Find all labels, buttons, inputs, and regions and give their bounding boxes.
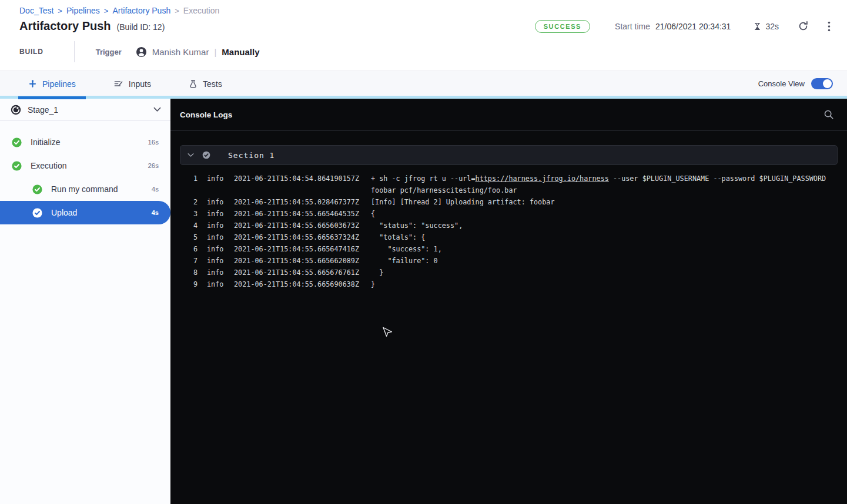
- stage-header[interactable]: Stage_1: [0, 99, 170, 121]
- log-message: "success": 1,: [371, 243, 835, 255]
- chevron-down-icon[interactable]: [153, 107, 161, 112]
- stage-icon: [11, 105, 21, 115]
- log-level: info: [207, 255, 225, 267]
- tab-label: Inputs: [129, 79, 151, 89]
- log-timestamp: 2021-06-21T15:04:55.665647416Z: [234, 243, 361, 255]
- log-lines: 1 info 2021-06-21T15:04:54.864190157Z + …: [170, 173, 847, 290]
- pipe-divider: |: [214, 47, 216, 57]
- log-level: info: [207, 243, 225, 255]
- log-timestamp: 2021-06-21T15:04:55.665637324Z: [234, 231, 361, 243]
- stage-name: Stage_1: [28, 105, 58, 115]
- tab-inputs[interactable]: Inputs: [103, 71, 161, 96]
- log-row: 5 info 2021-06-21T15:04:55.665637324Z "t…: [170, 231, 847, 243]
- log-row: 1 info 2021-06-21T15:04:54.864190157Z + …: [170, 173, 847, 196]
- log-line-number: 4: [182, 220, 197, 231]
- avatar-icon: [136, 46, 147, 58]
- start-time-label: Start time: [615, 22, 650, 31]
- more-options-button[interactable]: [828, 21, 831, 32]
- log-timestamp: 2021-06-21T15:04:55.028467377Z: [234, 196, 361, 208]
- trigger-type: Manually: [222, 47, 259, 57]
- search-icon[interactable]: [823, 109, 834, 120]
- log-message-line: {: [371, 208, 835, 220]
- hourglass-icon: [753, 22, 762, 31]
- log-row: 8 info 2021-06-21T15:04:55.665676761Z }: [170, 267, 847, 278]
- tab-label: Tests: [203, 79, 222, 89]
- log-timestamp: 2021-06-21T15:04:55.665676761Z: [234, 267, 361, 278]
- log-url-link[interactable]: https://harness.jfrog.io/harness: [476, 174, 609, 183]
- log-message-line: "failure": 0: [371, 255, 835, 267]
- page-header: Doc_Test > Pipelines > Artifactory Push …: [0, 0, 847, 70]
- build-id-label: (Build ID: 12): [117, 22, 165, 32]
- log-message: + sh -c jfrog rt u --url=https://harness…: [371, 173, 835, 196]
- breadcrumb-pipelines[interactable]: Pipelines: [66, 6, 100, 15]
- log-level: info: [207, 196, 225, 208]
- refresh-button[interactable]: [798, 21, 809, 32]
- log-message: "totals": {: [371, 231, 835, 243]
- step-label: Execution: [31, 161, 66, 170]
- log-message: "failure": 0: [371, 255, 835, 267]
- log-message-line: "totals": {: [371, 231, 835, 243]
- step-duration: 26s: [148, 162, 159, 169]
- step-duration: 4s: [152, 209, 159, 216]
- step-initialize[interactable]: Initialize 16s: [0, 130, 170, 154]
- success-check-icon: [32, 208, 42, 218]
- console-view-toggle[interactable]: [811, 78, 833, 89]
- log-row: 3 info 2021-06-21T15:04:55.665464535Z {: [170, 208, 847, 220]
- log-message-line: foobar pcf/harnesscitesting/foo.bar: [371, 184, 835, 196]
- console-logs-title: Console Logs: [180, 110, 232, 119]
- log-level: info: [207, 231, 225, 243]
- breadcrumb-separator: >: [175, 6, 179, 15]
- tab-tests[interactable]: Tests: [179, 71, 232, 96]
- log-message-line: }: [371, 267, 835, 278]
- log-message: [Info] [Thread 2] Uploading artifact: fo…: [371, 196, 835, 208]
- log-line-number: 6: [182, 243, 197, 255]
- step-execution[interactable]: Execution 26s: [0, 154, 170, 177]
- section-success-icon: [202, 151, 210, 159]
- log-timestamp: 2021-06-21T15:04:55.665690638Z: [234, 278, 361, 290]
- step-run-my-command[interactable]: Run my command 4s: [0, 177, 170, 201]
- log-row: 4 info 2021-06-21T15:04:55.665603673Z "s…: [170, 220, 847, 231]
- log-line-number: 8: [182, 267, 197, 278]
- step-duration: 16s: [148, 139, 159, 146]
- log-message: {: [371, 208, 835, 220]
- log-row: 9 info 2021-06-21T15:04:55.665690638Z }: [170, 278, 847, 290]
- trigger-user[interactable]: Manish Kumar: [152, 47, 209, 57]
- duration-value: 32s: [765, 22, 779, 31]
- console-view-label: Console View: [758, 79, 805, 88]
- log-line-number: 7: [182, 255, 197, 267]
- log-section-header[interactable]: Section 1: [180, 145, 838, 165]
- tab-label: Pipelines: [42, 79, 76, 89]
- step-upload[interactable]: Upload 4s: [0, 201, 170, 224]
- log-message-line: [Info] [Thread 2] Uploading artifact: fo…: [371, 196, 835, 208]
- tab-pipelines[interactable]: Pipelines: [18, 71, 86, 96]
- breadcrumb-pipeline-name[interactable]: Artifactory Push: [112, 6, 170, 15]
- step-label: Upload: [51, 208, 77, 217]
- log-level: info: [207, 208, 225, 220]
- breadcrumb-separator: >: [58, 6, 62, 15]
- section-label: Section 1: [228, 151, 274, 160]
- log-line-number: 3: [182, 208, 197, 220]
- log-line-number: 5: [182, 231, 197, 243]
- log-row: 7 info 2021-06-21T15:04:55.665662089Z "f…: [170, 255, 847, 267]
- log-message: }: [371, 267, 835, 278]
- log-level: info: [207, 278, 225, 290]
- log-line-number: 9: [182, 278, 197, 290]
- pipeline-icon: [28, 79, 37, 88]
- breadcrumb-current: Execution: [183, 6, 219, 15]
- log-message-line: "success": 1,: [371, 243, 835, 255]
- step-label: Run my command: [51, 184, 118, 194]
- log-message: "status": "success",: [371, 220, 835, 231]
- log-row: 6 info 2021-06-21T15:04:55.665647416Z "s…: [170, 243, 847, 255]
- success-check-icon: [32, 184, 42, 194]
- view-tabbar: Pipelines Inputs Tests Console View: [0, 70, 847, 99]
- log-row: 2 info 2021-06-21T15:04:55.028467377Z [I…: [170, 196, 847, 208]
- log-level: info: [207, 267, 225, 278]
- success-check-icon: [12, 137, 22, 147]
- breadcrumb-project[interactable]: Doc_Test: [19, 6, 53, 15]
- breadcrumb: Doc_Test > Pipelines > Artifactory Push …: [19, 6, 831, 15]
- page-title: Artifactory Push: [19, 19, 111, 33]
- breadcrumb-separator: >: [104, 6, 109, 15]
- success-check-icon: [12, 161, 22, 171]
- log-message-line: + sh -c jfrog rt u --url=https://harness…: [371, 173, 835, 184]
- log-timestamp: 2021-06-21T15:04:54.864190157Z: [234, 173, 361, 184]
